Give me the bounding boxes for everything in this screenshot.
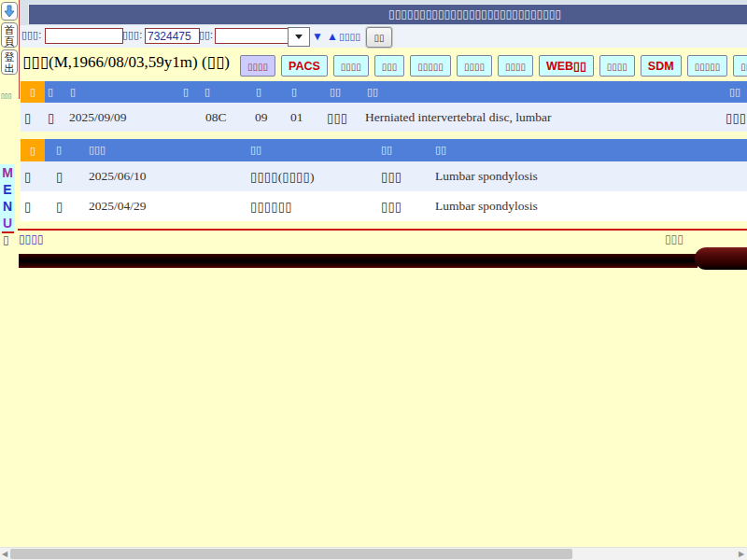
next-record-arrow[interactable]: ▲ xyxy=(327,30,338,43)
collapse-button[interactable] xyxy=(1,2,18,21)
title-bar: ▯▯▯▯▯▯▯▯▯▯▯▯▯▯▯▯▯▯▯▯▯▯▯▯▯▯▯▯ xyxy=(28,4,747,24)
sidebar-mini-text: ▯▯▯ xyxy=(1,92,12,100)
red-divider xyxy=(18,229,747,231)
prev-record-arrow[interactable]: ▼ xyxy=(312,30,323,43)
cell: ▯ xyxy=(24,199,31,215)
cell: ▯ xyxy=(48,110,54,126)
cell: ▯ xyxy=(56,199,63,215)
field1-input[interactable] xyxy=(45,28,123,44)
footer-status-text: ▯▯▯ xyxy=(665,232,684,245)
header-cell: ▯▯ xyxy=(367,86,378,98)
menu-letter-m[interactable]: M xyxy=(0,164,15,181)
header-cell: ▯ xyxy=(56,144,62,156)
header-cell: ▯▯ xyxy=(250,144,261,156)
header-cell: ▯▯ xyxy=(330,86,341,98)
toolbar-button-6[interactable]: ▯▯▯▯ xyxy=(498,55,533,77)
toolbar-button-11[interactable]: ▯▯▯▯ xyxy=(733,55,747,77)
menu-letter-e[interactable]: E xyxy=(0,181,15,198)
header-cell: ▯▯ xyxy=(435,144,446,156)
cell: 09 xyxy=(255,110,268,125)
menu-letter-label: E xyxy=(3,182,11,197)
home-button-label: 首頁 xyxy=(4,24,15,47)
toolbar-button-8[interactable]: ▯▯▯▯ xyxy=(599,55,635,77)
blue-down-arrow-icon xyxy=(4,5,15,18)
header-cell: ▯ xyxy=(256,86,261,98)
header-cell: ▯▯ xyxy=(381,144,392,156)
web-button[interactable]: WEB▯▯ xyxy=(539,55,594,77)
menu-letter-label: M xyxy=(2,165,13,180)
history-header-bar xyxy=(45,139,747,161)
history-diagnosis: Lumbar spondylosis xyxy=(435,169,538,184)
cell: ▯▯▯▯▯▯ xyxy=(250,199,292,215)
toolbar-button-10[interactable]: ▯▯▯▯▯ xyxy=(687,55,728,77)
header-cell: ▯ xyxy=(204,86,210,98)
history-header-col0: ▯ xyxy=(21,139,45,161)
cell: ▯ xyxy=(56,169,63,185)
decorative-menu-bar-endcap xyxy=(695,247,747,270)
application-window: ▯▯▯▯▯▯▯▯▯▯▯▯▯▯▯▯▯▯▯▯▯▯▯▯▯▯▯▯ ▯▯▯: ▯▯▯: ▯… xyxy=(0,0,747,560)
scrollbar-thumb[interactable] xyxy=(10,549,572,559)
history-date: 2025/04/29 xyxy=(89,199,147,214)
patient-summary: ▯▯▯(M,1966/08/03,59y1m) (▯▯) xyxy=(22,52,230,72)
field2-label: ▯▯▯: xyxy=(122,29,142,41)
cell: ▯ xyxy=(24,110,31,126)
scroll-right-arrow[interactable]: ▶ xyxy=(739,549,744,559)
logout-button[interactable]: 登出 xyxy=(1,49,18,75)
header-cell: ▯ xyxy=(183,86,189,98)
sdm-button[interactable]: SDM xyxy=(641,55,682,77)
menu-letter-label: N xyxy=(3,199,12,214)
scroll-left-arrow[interactable]: ◀ xyxy=(2,549,7,559)
toolbar-button-3[interactable]: ▯▯▯ xyxy=(374,55,405,77)
header-cell: ▯▯▯ xyxy=(89,144,106,156)
history-diagnosis: Lumbar spondylosis xyxy=(435,199,538,214)
chart-number-input[interactable] xyxy=(145,28,200,44)
visits-header-bar xyxy=(45,81,747,103)
visit-date: 2025/09/09 xyxy=(69,110,127,125)
logout-button-label: 登出 xyxy=(4,51,15,74)
cell: ▯▯▯ xyxy=(381,199,402,215)
history-date: 2025/06/10 xyxy=(89,169,147,184)
toolbar-button-2[interactable]: ▯▯▯▯ xyxy=(333,55,369,77)
header-cell: ▯▯ xyxy=(729,86,740,98)
header-cell: ▯ xyxy=(30,86,35,98)
cell: ▯▯▯▯(▯▯▯▯) xyxy=(250,169,314,185)
header-cell: ▯ xyxy=(48,86,53,98)
field3-label: ▯▯: xyxy=(199,29,213,41)
page-title: ▯▯▯▯▯▯▯▯▯▯▯▯▯▯▯▯▯▯▯▯▯▯▯▯▯▯▯▯ xyxy=(388,7,561,21)
menu-letter-n[interactable]: N xyxy=(0,198,15,215)
home-button[interactable]: 首頁 xyxy=(1,22,18,48)
cell: 08C xyxy=(205,110,227,125)
header-cell: ▯ xyxy=(30,145,35,157)
cell: ▯▯▯ xyxy=(327,110,347,126)
field1-label: ▯▯▯: xyxy=(21,29,41,41)
dropdown-select[interactable] xyxy=(288,27,310,47)
cell: ▯▯▯ xyxy=(726,110,746,126)
header-cell: ▯ xyxy=(291,86,297,98)
cell: ▯ xyxy=(24,169,31,185)
pacs-button[interactable]: PACS xyxy=(281,55,328,77)
toolbar: ▯▯▯▯ PACS ▯▯▯▯ ▯▯▯ ▯▯▯▯▯ ▯▯▯▯ ▯▯▯▯ WEB▯▯… xyxy=(240,55,747,77)
menu-letter-label: U xyxy=(3,216,12,231)
toolbar-button-5[interactable]: ▯▯▯▯ xyxy=(457,55,492,77)
visit-diagnosis: Herniated intervertebral disc, lumbar xyxy=(365,110,551,125)
toolbar-button-4[interactable]: ▯▯▯▯▯ xyxy=(410,55,451,77)
content-left-red-border xyxy=(19,0,20,99)
visits-header-col0: ▯ xyxy=(21,81,45,103)
go-button-label: ▯▯ xyxy=(374,33,384,43)
sidebar-bottom-glyph: ▯ xyxy=(3,233,9,246)
nav-link-text[interactable]: ▯▯▯▯ xyxy=(339,31,360,42)
cell: ▯▯▯ xyxy=(381,169,402,185)
go-button[interactable]: ▯▯ xyxy=(366,27,392,48)
footer-link[interactable]: ▯▯▯▯ xyxy=(19,232,43,245)
header-cell: ▯ xyxy=(70,86,76,98)
field3-input[interactable] xyxy=(215,28,289,44)
cell: 01 xyxy=(290,110,303,125)
decorative-menu-bar xyxy=(19,254,698,268)
menu-letter-u[interactable]: U xyxy=(0,215,15,231)
chevron-down-icon xyxy=(295,35,303,39)
toolbar-button-0[interactable]: ▯▯▯▯ xyxy=(240,55,275,77)
